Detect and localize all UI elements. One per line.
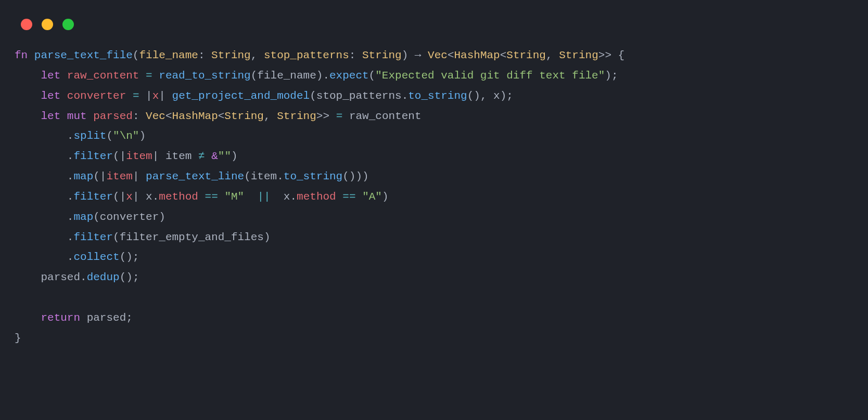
code-line: let raw_content = read_to_string(file_na…	[15, 70, 618, 82]
code-line: return parsed;	[15, 312, 133, 324]
or-operator: ||	[257, 191, 270, 203]
code-editor[interactable]: fn parse_text_file(file_name: String, st…	[0, 45, 868, 363]
type: String	[362, 49, 402, 61]
keyword-let: let	[41, 70, 60, 82]
arrow-operator: →	[415, 49, 422, 61]
code-line: .map(|item| parse_text_line(item.to_stri…	[15, 170, 369, 182]
code-line: parsed.dedup();	[15, 271, 139, 283]
keyword-return: return	[41, 312, 80, 324]
code-window: fn parse_text_file(file_name: String, st…	[0, 0, 868, 420]
code-line: .map(converter)	[15, 211, 165, 223]
code-line: let mut parsed: Vec<HashMap<String, Stri…	[15, 110, 422, 122]
not-equal-operator: ≠	[198, 150, 205, 162]
parameter: stop_patterns	[264, 49, 349, 61]
code-line: let converter = |x| get_project_and_mode…	[15, 90, 513, 102]
code-line: }	[15, 332, 21, 344]
string-literal: "Expected valid git diff text file"	[375, 70, 605, 82]
type: String	[211, 49, 251, 61]
keyword-fn: fn	[15, 49, 28, 61]
code-line: .filter(|x| x.method == "M" || x.method …	[15, 191, 389, 203]
window-titlebar	[0, 0, 868, 45]
variable: raw_content	[67, 70, 139, 82]
code-line: .split("\n")	[15, 130, 146, 142]
minimize-icon[interactable]	[42, 19, 53, 30]
keyword-mut: mut	[67, 110, 87, 122]
function-call: read_to_string	[159, 70, 250, 82]
zoom-icon[interactable]	[62, 19, 74, 30]
code-line: .filter(|item| item ≠ &"")	[15, 150, 238, 162]
code-line: .collect();	[15, 251, 139, 263]
parameter: file_name	[139, 49, 198, 61]
close-icon[interactable]	[21, 19, 32, 30]
code-line: .filter(filter_empty_and_files)	[15, 231, 271, 243]
function-name: parse_text_file	[34, 49, 133, 61]
code-line: fn parse_text_file(file_name: String, st…	[15, 49, 624, 61]
